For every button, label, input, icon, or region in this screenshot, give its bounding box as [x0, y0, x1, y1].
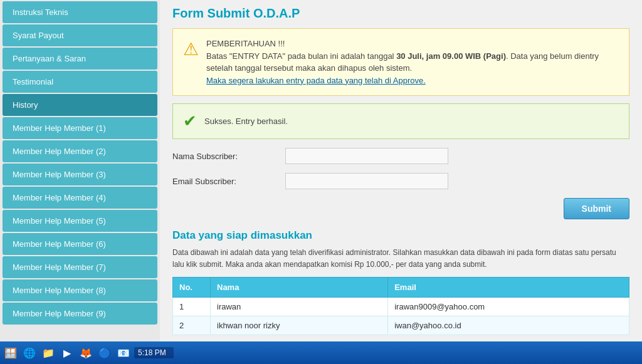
sidebar-item-syarat-payout[interactable]: Syarat Payout [3, 24, 157, 46]
notice-title: PEMBERITAHUAN !!! [206, 39, 285, 48]
ie-icon[interactable]: 🌐 [21, 345, 38, 361]
nama-label: Nama Subscriber: [172, 152, 285, 161]
submit-button[interactable]: Submit [564, 198, 629, 219]
submit-row: Submit [172, 198, 629, 219]
sidebar-item-member-help-8[interactable]: Member Help Member (8) [3, 279, 157, 301]
sidebar-item-member-help-4[interactable]: Member Help Member (4) [3, 187, 157, 209]
success-message: Sukses. Entry berhasil. [204, 117, 288, 126]
email-label: Email Subscriber: [172, 177, 285, 186]
sidebar-item-member-help-5[interactable]: Member Help Member (5) [3, 210, 157, 232]
sidebar-item-member-help-7[interactable]: Member Help Member (7) [3, 256, 157, 278]
data-section-title: Data yang siap dimasukkan [172, 229, 629, 242]
notice-box: ⚠ PEMBERITAHUAN !!! Batas "ENTRY DATA" p… [172, 28, 629, 96]
table-row: 1irawanirawan9009@yahoo.com [173, 298, 629, 316]
cell-email: iwan@yahoo.co.id [388, 316, 629, 335]
notice-line1-bold: 30 Juli, jam 09.00 WIB (Pagi) [396, 51, 506, 61]
col-email: Email [388, 278, 629, 298]
notice-link[interactable]: Maka segera lakukan entry pada data yang… [206, 76, 426, 85]
data-description: Data dibawah ini adalah data yang telah … [172, 247, 629, 271]
taskbar: 🪟 🌐 📁 ▶ 🦊 🔵 📧 5:18 PM [0, 341, 642, 364]
sidebar-item-member-help-9[interactable]: Member Help Member (9) [3, 303, 157, 325]
col-nama: Nama [211, 278, 388, 298]
cell-no: 2 [173, 316, 211, 335]
nama-row: Nama Subscriber: [172, 148, 629, 164]
sidebar-item-instruksi-teknis[interactable]: Instruksi Teknis [3, 1, 157, 23]
system-tray: 5:18 PM [134, 347, 174, 358]
browser-icon[interactable]: 🦊 [78, 345, 94, 361]
warning-icon: ⚠ [183, 39, 199, 60]
app-icon-3[interactable]: 📧 [115, 345, 132, 361]
content-area: Form Submit O.D.A.P ⚠ PEMBERITAHUAN !!! … [160, 0, 642, 341]
notice-line1-prefix: Batas "ENTRY DATA" pada bulan ini adalah… [206, 51, 396, 61]
sidebar-item-testimonial[interactable]: Testimonial [3, 71, 157, 93]
email-row: Email Subscriber: [172, 173, 629, 189]
sidebar-item-pertanyaan-saran[interactable]: Pertanyaan & Saran [3, 48, 157, 70]
col-no: No. [173, 278, 211, 298]
notice-content: PEMBERITAHUAN !!! Batas "ENTRY DATA" pad… [206, 38, 619, 86]
sidebar: Instruksi TeknisSyarat PayoutPertanyaan … [0, 0, 160, 341]
sidebar-item-member-help-6[interactable]: Member Help Member (6) [3, 233, 157, 255]
start-icon[interactable]: 🪟 [3, 345, 19, 361]
table-header-row: No. Nama Email [173, 278, 629, 298]
cell-email: irawan9009@yahoo.com [388, 298, 629, 316]
clock: 5:18 PM [138, 348, 170, 357]
sidebar-item-member-help-1[interactable]: Member Help Member (1) [3, 117, 157, 139]
cell-nama: irawan [211, 298, 388, 316]
table-row: 2ikhwan noor rizkyiwan@yahoo.co.id [173, 316, 629, 335]
sidebar-item-member-help-2[interactable]: Member Help Member (2) [3, 140, 157, 162]
app-icon-2[interactable]: 🔵 [97, 345, 113, 361]
cell-no: 1 [173, 298, 211, 316]
page-title: Form Submit O.D.A.P [172, 6, 629, 21]
folder-icon[interactable]: 📁 [40, 345, 56, 361]
sidebar-item-history[interactable]: History [3, 94, 157, 116]
cell-nama: ikhwan noor rizky [211, 316, 388, 335]
data-table: No. Nama Email 1irawanirawan9009@yahoo.c… [172, 277, 629, 335]
success-box: ✔ Sukses. Entry berhasil. [172, 103, 629, 139]
email-input[interactable] [285, 173, 448, 189]
check-icon: ✔ [183, 112, 197, 131]
sidebar-item-member-help-3[interactable]: Member Help Member (3) [3, 164, 157, 185]
nama-input[interactable] [285, 148, 448, 164]
media-icon[interactable]: ▶ [59, 345, 75, 361]
